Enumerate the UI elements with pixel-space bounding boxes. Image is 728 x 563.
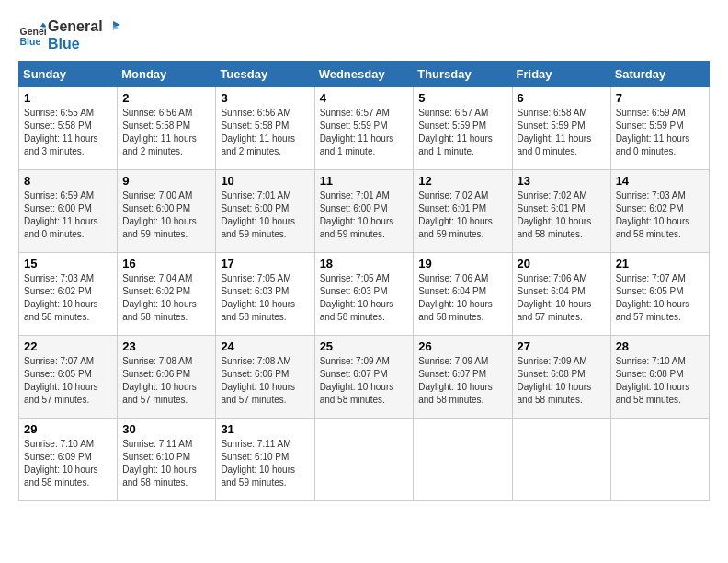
day-number: 24: [221, 339, 309, 353]
day-number: 20: [518, 257, 606, 270]
calendar-cell: 9 Sunrise: 7:00 AM Sunset: 6:00 PM Dayli…: [118, 170, 216, 253]
day-info: Sunrise: 7:07 AM Sunset: 6:05 PM Dayligh…: [24, 355, 112, 407]
day-number: 11: [320, 174, 409, 188]
calendar-cell: 2 Sunrise: 6:56 AM Sunset: 5:58 PM Dayli…: [118, 87, 216, 170]
calendar-cell: 20 Sunrise: 7:06 AM Sunset: 6:04 PM Dayl…: [512, 253, 610, 336]
calendar-header-thursday: Thursday: [414, 62, 512, 87]
day-number: 27: [518, 339, 606, 353]
day-info: Sunrise: 7:09 AM Sunset: 6:07 PM Dayligh…: [418, 355, 506, 407]
day-info: Sunrise: 7:09 AM Sunset: 6:08 PM Dayligh…: [518, 355, 606, 407]
calendar-cell: 1 Sunrise: 6:55 AM Sunset: 5:58 PM Dayli…: [19, 87, 118, 170]
calendar-cell: 3 Sunrise: 6:56 AM Sunset: 5:58 PM Dayli…: [216, 87, 314, 170]
day-number: 21: [616, 257, 704, 270]
calendar-week-2: 1 Sunrise: 6:55 AM Sunset: 5:58 PM Dayli…: [19, 87, 710, 170]
day-info: Sunrise: 7:00 AM Sunset: 6:00 PM Dayligh…: [122, 190, 210, 241]
calendar-cell: [414, 419, 512, 501]
day-number: 17: [221, 257, 309, 270]
logo-blue: Blue: [48, 36, 121, 52]
day-info: Sunrise: 7:08 AM Sunset: 6:06 PM Dayligh…: [221, 355, 309, 407]
day-number: 30: [122, 422, 210, 436]
calendar-cell: 25 Sunrise: 7:09 AM Sunset: 6:07 PM Dayl…: [314, 336, 414, 419]
calendar-header-tuesday: Tuesday: [216, 62, 314, 87]
day-number: 16: [122, 257, 210, 270]
calendar-cell: 19 Sunrise: 7:06 AM Sunset: 6:04 PM Dayl…: [414, 253, 512, 336]
calendar-header-row: SundayMondayTuesdayWednesdayThursdayFrid…: [19, 62, 710, 87]
calendar-cell: 8 Sunrise: 6:59 AM Sunset: 6:00 PM Dayli…: [19, 170, 118, 253]
calendar-cell: 15 Sunrise: 7:03 AM Sunset: 6:02 PM Dayl…: [19, 253, 118, 336]
day-number: 5: [418, 91, 506, 105]
calendar-week-3: 8 Sunrise: 6:59 AM Sunset: 6:00 PM Dayli…: [19, 170, 710, 253]
day-info: Sunrise: 7:09 AM Sunset: 6:07 PM Dayligh…: [320, 355, 409, 407]
day-info: Sunrise: 7:06 AM Sunset: 6:04 PM Dayligh…: [418, 272, 506, 324]
day-info: Sunrise: 7:04 AM Sunset: 6:02 PM Dayligh…: [122, 272, 210, 324]
day-number: 28: [616, 339, 704, 353]
day-info: Sunrise: 6:59 AM Sunset: 5:59 PM Dayligh…: [616, 107, 704, 158]
day-info: Sunrise: 7:01 AM Sunset: 6:00 PM Dayligh…: [320, 190, 409, 241]
day-number: 25: [320, 339, 409, 353]
calendar-week-5: 22 Sunrise: 7:07 AM Sunset: 6:05 PM Dayl…: [19, 336, 710, 419]
calendar-header-friday: Friday: [512, 62, 610, 87]
day-info: Sunrise: 7:10 AM Sunset: 6:08 PM Dayligh…: [616, 355, 704, 407]
day-info: Sunrise: 7:03 AM Sunset: 6:02 PM Dayligh…: [616, 190, 704, 241]
day-number: 2: [122, 91, 210, 105]
day-number: 4: [320, 91, 409, 105]
day-number: 15: [24, 257, 112, 270]
day-info: Sunrise: 7:01 AM Sunset: 6:00 PM Dayligh…: [221, 190, 309, 241]
day-number: 19: [418, 257, 506, 270]
day-info: Sunrise: 7:11 AM Sunset: 6:10 PM Dayligh…: [221, 438, 309, 489]
calendar-header-saturday: Saturday: [610, 62, 709, 87]
day-number: 26: [418, 339, 506, 353]
calendar-header-monday: Monday: [118, 62, 216, 87]
day-info: Sunrise: 7:05 AM Sunset: 6:03 PM Dayligh…: [320, 272, 409, 324]
logo-general: General: [48, 18, 103, 34]
day-number: 9: [122, 174, 210, 188]
calendar-cell: 28 Sunrise: 7:10 AM Sunset: 6:08 PM Dayl…: [610, 336, 709, 419]
day-number: 23: [122, 339, 210, 353]
day-info: Sunrise: 7:07 AM Sunset: 6:05 PM Dayligh…: [616, 272, 704, 324]
calendar-cell: 13 Sunrise: 7:02 AM Sunset: 6:01 PM Dayl…: [512, 170, 610, 253]
day-number: 10: [221, 174, 309, 188]
day-number: 3: [221, 91, 309, 105]
calendar-cell: 12 Sunrise: 7:02 AM Sunset: 6:01 PM Dayl…: [414, 170, 512, 253]
calendar-cell: 18 Sunrise: 7:05 AM Sunset: 6:03 PM Dayl…: [314, 253, 414, 336]
calendar-cell: 7 Sunrise: 6:59 AM Sunset: 5:59 PM Dayli…: [610, 87, 709, 170]
day-number: 31: [221, 422, 309, 436]
calendar-cell: 16 Sunrise: 7:04 AM Sunset: 6:02 PM Dayl…: [118, 253, 216, 336]
calendar-cell: 21 Sunrise: 7:07 AM Sunset: 6:05 PM Dayl…: [610, 253, 709, 336]
calendar-cell: 14 Sunrise: 7:03 AM Sunset: 6:02 PM Dayl…: [610, 170, 709, 253]
calendar-cell: 17 Sunrise: 7:05 AM Sunset: 6:03 PM Dayl…: [216, 253, 314, 336]
day-info: Sunrise: 7:06 AM Sunset: 6:04 PM Dayligh…: [518, 272, 606, 324]
day-info: Sunrise: 7:03 AM Sunset: 6:02 PM Dayligh…: [24, 272, 112, 324]
calendar-week-4: 15 Sunrise: 7:03 AM Sunset: 6:02 PM Dayl…: [19, 253, 710, 336]
calendar-header-sunday: Sunday: [19, 62, 118, 87]
calendar-cell: 5 Sunrise: 6:57 AM Sunset: 5:59 PM Dayli…: [414, 87, 512, 170]
calendar-table: SundayMondayTuesdayWednesdayThursdayFrid…: [18, 61, 710, 501]
day-info: Sunrise: 7:05 AM Sunset: 6:03 PM Dayligh…: [221, 272, 309, 324]
day-number: 22: [24, 339, 112, 353]
day-info: Sunrise: 6:56 AM Sunset: 5:58 PM Dayligh…: [122, 107, 210, 158]
calendar-cell: 26 Sunrise: 7:09 AM Sunset: 6:07 PM Dayl…: [414, 336, 512, 419]
day-number: 7: [616, 91, 704, 105]
page-header: General Blue General Blue: [18, 18, 710, 52]
day-info: Sunrise: 7:10 AM Sunset: 6:09 PM Dayligh…: [24, 438, 112, 489]
day-number: 13: [518, 174, 606, 188]
calendar-cell: 4 Sunrise: 6:57 AM Sunset: 5:59 PM Dayli…: [314, 87, 414, 170]
calendar-cell: 10 Sunrise: 7:01 AM Sunset: 6:00 PM Dayl…: [216, 170, 314, 253]
day-number: 1: [24, 91, 112, 105]
day-info: Sunrise: 6:59 AM Sunset: 6:00 PM Dayligh…: [24, 190, 112, 241]
calendar-header-wednesday: Wednesday: [314, 62, 414, 87]
day-info: Sunrise: 6:58 AM Sunset: 5:59 PM Dayligh…: [518, 107, 606, 158]
calendar-cell: [314, 419, 414, 501]
day-number: 14: [616, 174, 704, 188]
calendar-cell: [610, 419, 709, 501]
calendar-cell: 6 Sunrise: 6:58 AM Sunset: 5:59 PM Dayli…: [512, 87, 610, 170]
day-info: Sunrise: 7:11 AM Sunset: 6:10 PM Dayligh…: [122, 438, 210, 489]
logo-icon: General Blue: [18, 21, 46, 49]
calendar-week-6: 29 Sunrise: 7:10 AM Sunset: 6:09 PM Dayl…: [19, 419, 710, 501]
day-info: Sunrise: 6:56 AM Sunset: 5:58 PM Dayligh…: [221, 107, 309, 158]
calendar-cell: 11 Sunrise: 7:01 AM Sunset: 6:00 PM Dayl…: [314, 170, 414, 253]
day-number: 18: [320, 257, 409, 270]
day-info: Sunrise: 7:08 AM Sunset: 6:06 PM Dayligh…: [122, 355, 210, 407]
calendar-cell: 29 Sunrise: 7:10 AM Sunset: 6:09 PM Dayl…: [19, 419, 118, 501]
svg-text:Blue: Blue: [20, 36, 41, 47]
